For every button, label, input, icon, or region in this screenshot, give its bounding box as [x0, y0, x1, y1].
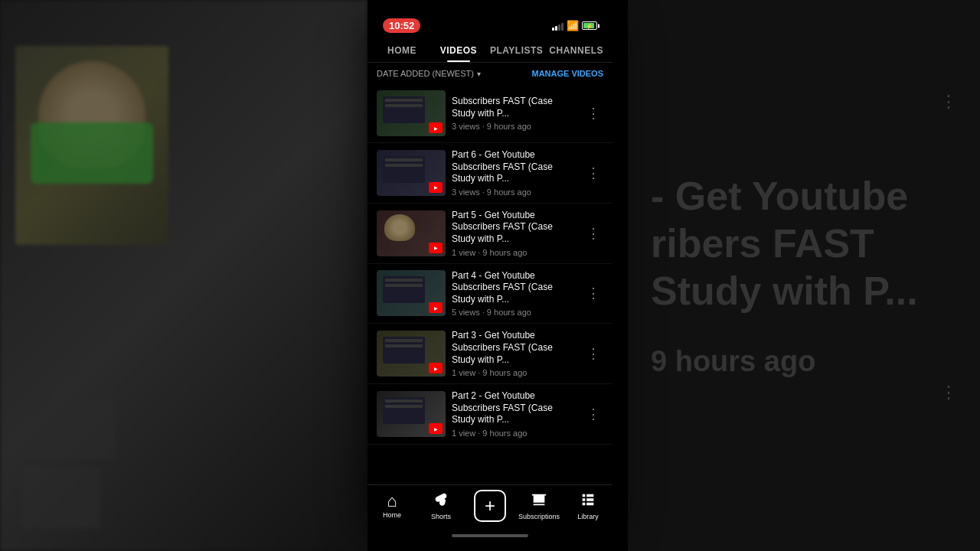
home-bar: [452, 534, 528, 537]
subscriptions-icon: [531, 491, 547, 511]
youtube-badge-5: [429, 423, 443, 434]
video-info-2: Part 5 - Get Youtube Subscribers FAST (C…: [446, 210, 583, 257]
video-more-button-1[interactable]: ⋮: [583, 161, 603, 184]
video-title-5: Part 2 - Get Youtube Subscribers FAST (C…: [452, 390, 577, 426]
subscriptions-label: Subscriptions: [518, 513, 560, 520]
background-left: [0, 0, 368, 551]
home-indicator: [368, 530, 612, 540]
youtube-badge-4: [429, 363, 443, 373]
video-title-3: Part 4 - Get Youtube Subscribers FAST (C…: [452, 270, 577, 306]
signal-icon: [552, 21, 564, 31]
bg-text-2: ribers FAST: [651, 220, 957, 267]
tab-playlists[interactable]: PLAYLISTS: [487, 37, 546, 62]
youtube-badge-3: [429, 302, 443, 313]
tab-channels[interactable]: CHANNELS: [546, 37, 606, 62]
phone-frame: 10:52 📶 ⚡ HOME VIDEOS: [368, 11, 612, 540]
video-meta-2: 1 view · 9 hours ago: [452, 248, 577, 257]
video-title-4: Part 3 - Get Youtube Subscribers FAST (C…: [452, 330, 577, 366]
video-item-5[interactable]: Part 2 - Get Youtube Subscribers FAST (C…: [368, 384, 612, 445]
battery-icon: ⚡: [582, 21, 597, 30]
video-item-4[interactable]: Part 3 - Get Youtube Subscribers FAST (C…: [368, 324, 612, 384]
bg-text-3: Study with P...: [651, 267, 957, 315]
video-more-button-4[interactable]: ⋮: [583, 342, 603, 365]
video-thumbnail-5: [377, 391, 446, 437]
bg-text-1: - Get Youtube: [651, 172, 957, 220]
video-meta-3: 5 views · 9 hours ago: [452, 308, 577, 317]
youtube-badge-0: [429, 122, 443, 133]
tab-home[interactable]: HOME: [374, 37, 430, 62]
video-item-3[interactable]: Part 4 - Get Youtube Subscribers FAST (C…: [368, 264, 612, 324]
video-thumbnail-2: [377, 210, 446, 256]
youtube-badge-1: [429, 182, 443, 193]
video-info-5: Part 2 - Get Youtube Subscribers FAST (C…: [446, 390, 583, 438]
video-meta-0: 3 views · 9 hours ago: [452, 122, 577, 131]
status-bar: 10:52 📶 ⚡: [368, 11, 612, 37]
bottom-nav-subscriptions[interactable]: Subscriptions: [514, 491, 564, 520]
video-more-button-0[interactable]: ⋮: [583, 102, 603, 125]
home-label: Home: [383, 511, 401, 519]
video-info-4: Part 3 - Get Youtube Subscribers FAST (C…: [446, 330, 583, 377]
nav-tabs: HOME VIDEOS PLAYLISTS CHANNELS: [368, 37, 612, 63]
video-list: Subscribers FAST (Case Study with P... 3…: [368, 84, 612, 484]
status-icons: 📶 ⚡: [552, 20, 597, 31]
chevron-down-icon: ▾: [477, 70, 481, 78]
video-item-1[interactable]: Part 6 - Get Youtube Subscribers FAST (C…: [368, 143, 612, 204]
video-thumbnail-0: [377, 90, 446, 136]
library-icon: [580, 491, 596, 511]
shorts-icon: [433, 492, 449, 511]
video-thumbnail-4: [377, 331, 446, 377]
video-item-0[interactable]: Subscribers FAST (Case Study with P... 3…: [368, 84, 612, 143]
video-thumbnail-3: [377, 270, 446, 316]
background-right: - Get Youtube ribers FAST Study with P..…: [628, 0, 980, 551]
wifi-icon: 📶: [567, 20, 579, 31]
status-time: 10:52: [383, 18, 420, 33]
video-more-button-2[interactable]: ⋮: [583, 222, 603, 245]
home-icon: ⌂: [387, 493, 397, 510]
create-icon[interactable]: +: [474, 490, 506, 522]
video-meta-4: 1 view · 9 hours ago: [452, 368, 577, 377]
filter-label: DATE ADDED (NEWEST): [377, 69, 474, 78]
video-info-1: Part 6 - Get Youtube Subscribers FAST (C…: [446, 149, 583, 197]
video-item-2[interactable]: Part 5 - Get Youtube Subscribers FAST (C…: [368, 204, 612, 264]
video-info-0: Subscribers FAST (Case Study with P... 3…: [446, 96, 583, 131]
bottom-nav-home[interactable]: ⌂ Home: [368, 493, 416, 519]
video-title-0: Subscribers FAST (Case Study with P...: [452, 96, 577, 119]
bottom-nav-library[interactable]: Library: [564, 491, 612, 520]
tab-videos[interactable]: VIDEOS: [430, 37, 487, 62]
bottom-navigation: ⌂ Home Shorts + Subs: [368, 484, 612, 530]
video-thumbnail-1: [377, 150, 446, 196]
bottom-nav-shorts[interactable]: Shorts: [416, 492, 466, 520]
video-meta-5: 1 view · 9 hours ago: [452, 429, 577, 438]
bg-more-icon-2: ⋮: [940, 383, 957, 403]
date-filter-dropdown[interactable]: DATE ADDED (NEWEST) ▾: [377, 69, 481, 78]
video-info-3: Part 4 - Get Youtube Subscribers FAST (C…: [446, 270, 583, 318]
manage-videos-button[interactable]: MANAGE VIDEOS: [531, 69, 603, 78]
shorts-label: Shorts: [431, 513, 451, 520]
bg-more-icon-1: ⋮: [940, 92, 957, 112]
bottom-nav-create[interactable]: +: [466, 490, 514, 522]
video-title-2: Part 5 - Get Youtube Subscribers FAST (C…: [452, 210, 577, 246]
video-meta-1: 3 views · 9 hours ago: [452, 187, 577, 197]
library-label: Library: [577, 513, 599, 520]
video-title-1: Part 6 - Get Youtube Subscribers FAST (C…: [452, 149, 577, 185]
bg-text-4: 9 hours ago: [651, 344, 957, 380]
video-more-button-5[interactable]: ⋮: [583, 403, 603, 425]
video-more-button-3[interactable]: ⋮: [583, 282, 603, 305]
youtube-badge-2: [429, 243, 443, 253]
filter-bar: DATE ADDED (NEWEST) ▾ MANAGE VIDEOS: [368, 63, 612, 84]
